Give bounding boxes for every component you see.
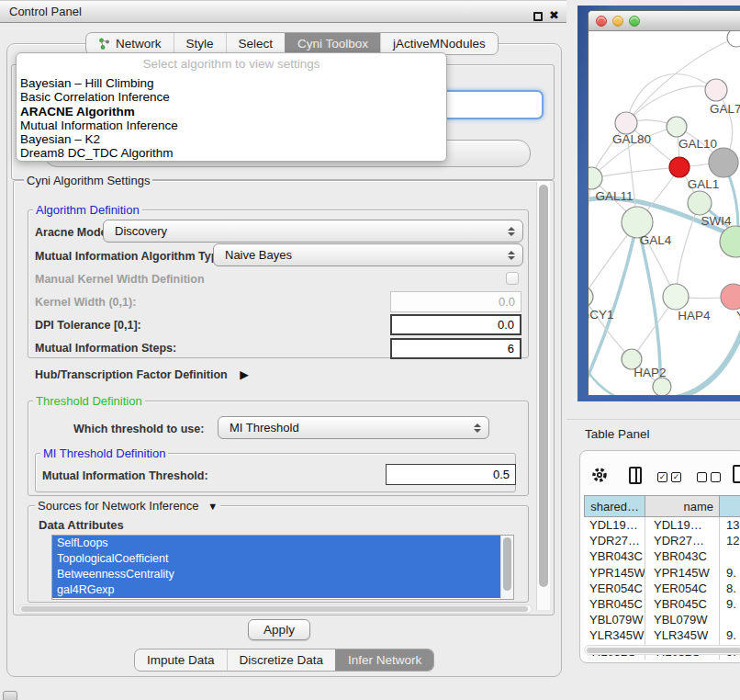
network-node[interactable] <box>709 148 738 177</box>
network-node[interactable] <box>615 112 637 134</box>
column-header-name[interactable]: name <box>645 495 720 517</box>
manual-kernel-checkbox[interactable] <box>506 272 519 285</box>
network-node[interactable] <box>667 117 687 137</box>
settings-horizontal-scrollbar[interactable] <box>18 604 533 614</box>
table-cell[interactable]: YBR043C <box>584 548 645 564</box>
split-view-icon[interactable] <box>629 467 642 484</box>
table-cell[interactable]: YLR345W <box>645 627 720 643</box>
attribute-item-selected[interactable]: BetweennessCentrality <box>52 567 500 582</box>
network-node[interactable] <box>669 157 690 177</box>
table-cell[interactable]: 8. <box>720 581 740 596</box>
mi-steps-input[interactable]: 6 <box>390 338 521 359</box>
algorithm-option[interactable]: Basic Correlation Inference <box>17 90 446 104</box>
network-node[interactable] <box>705 79 727 101</box>
mi-threshold-input[interactable]: 0.5 <box>386 464 516 485</box>
table-row[interactable]: YBR045CYBR045C9. <box>584 596 740 612</box>
float-window-icon[interactable] <box>533 12 543 21</box>
bottom-tab-infer-network[interactable]: Infer Network <box>335 649 433 671</box>
which-threshold-combo[interactable]: MI Threshold <box>218 416 489 439</box>
tab-cyni-toolbox[interactable]: Cyni Toolbox <box>285 33 380 54</box>
attribute-item-selected[interactable]: TopologicalCoefficient <box>52 551 500 567</box>
dpi-tolerance-input[interactable]: 0.0 <box>390 314 521 335</box>
algorithm-option[interactable]: Bayesian – Hill Climbing <box>17 76 446 90</box>
algorithm-option[interactable]: Dream8 DC_TDC Algorithm <box>17 146 446 160</box>
network-node[interactable] <box>721 284 740 310</box>
table-row[interactable]: YBR043CYBR043C <box>584 548 740 564</box>
algorithm-option[interactable]: ARACNE Algorithm <box>17 105 446 119</box>
algorithm-option[interactable]: Bayesian – K2 <box>17 132 446 146</box>
select-all-checkbox-icon[interactable]: ✓ <box>657 472 667 482</box>
network-node[interactable] <box>653 378 671 395</box>
column-header-shared[interactable]: shared… <box>584 495 645 517</box>
table-icon[interactable] <box>733 465 740 483</box>
table-cell[interactable]: YDR27… <box>645 533 720 548</box>
tab-network[interactable]: Network <box>86 33 174 54</box>
network-node[interactable] <box>688 191 712 215</box>
expand-right-icon[interactable]: ▶ <box>240 368 249 381</box>
table-cell[interactable]: YER054C <box>584 581 645 596</box>
table-cell[interactable]: 9. <box>720 565 740 581</box>
table-cell[interactable]: 9. <box>720 596 740 612</box>
tab-style[interactable]: Style <box>174 33 226 54</box>
table-cell[interactable]: YDL19… <box>584 517 645 533</box>
table-cell[interactable]: 13. <box>720 517 740 533</box>
attribute-item-selected[interactable]: SelfLoops <box>52 536 500 551</box>
table-row[interactable]: YDR27…YDR27…12. <box>584 533 740 548</box>
hub-definition-expander[interactable]: Hub/Transcription Factor Definition ▶ <box>35 367 249 381</box>
close-traffic-light-icon[interactable] <box>596 16 607 27</box>
tab-select[interactable]: Select <box>226 33 286 54</box>
select-all-checkbox-icon[interactable]: ✓ <box>671 472 681 482</box>
deselect-all-checkbox-icon[interactable] <box>697 472 707 482</box>
table-horizontal-scrollbar[interactable] <box>584 645 740 655</box>
deselect-all-checkbox-icon[interactable] <box>711 472 721 482</box>
table-cell[interactable]: YPR145W <box>584 565 645 581</box>
table-cell[interactable]: YBR045C <box>584 596 645 612</box>
network-canvas[interactable]: GAL7GAL80GAL10GAL1GAL11SWI4GAL4GCY1HAP4Y… <box>589 31 740 395</box>
table-cell[interactable]: YBL079W <box>584 612 645 627</box>
network-node[interactable] <box>589 287 593 307</box>
network-window-titlebar[interactable] <box>589 11 740 31</box>
column-header-a[interactable]: A <box>720 495 740 517</box>
table-row[interactable]: YLR345WYLR345W9. <box>584 627 740 643</box>
aracne-mode-combo[interactable]: Discovery <box>103 220 523 243</box>
table-row[interactable]: YDL19…YDL19…13. <box>584 517 740 533</box>
table-row[interactable]: YPR145WYPR145W9. <box>584 565 740 581</box>
table-cell[interactable]: YER054C <box>645 581 720 596</box>
settings-vertical-scrollbar[interactable] <box>536 182 550 610</box>
network-view-window[interactable]: GAL7GAL80GAL10GAL1GAL11SWI4GAL4GCY1HAP4Y… <box>588 10 740 396</box>
network-node[interactable] <box>663 284 689 310</box>
apply-button[interactable]: Apply <box>248 619 310 640</box>
zoom-traffic-light-icon[interactable] <box>629 16 640 27</box>
table-cell[interactable]: YBL079W <box>645 612 720 627</box>
table-cell[interactable]: 9. <box>720 627 740 643</box>
kernel-width-input[interactable]: 0.0 <box>390 291 521 312</box>
minimize-traffic-light-icon[interactable] <box>612 16 623 27</box>
attribute-item-selected[interactable]: gal4RGexp <box>52 582 500 598</box>
close-icon[interactable]: ✖ <box>549 8 559 22</box>
table-cell[interactable]: YBR043C <box>645 548 720 564</box>
table-cell[interactable]: YLR345W <box>584 627 645 643</box>
mi-type-combo[interactable]: Naive Bayes <box>213 243 523 266</box>
table-cell[interactable]: YPR145W <box>645 565 720 581</box>
bottom-tab-discretize-data[interactable]: Discretize Data <box>227 649 336 671</box>
collapse-down-icon[interactable]: ▼ <box>207 501 218 512</box>
scrollbar-thumb[interactable] <box>21 606 528 612</box>
table-cell[interactable]: 12. <box>720 533 740 548</box>
table-cell[interactable] <box>720 548 740 564</box>
bottom-tab-impute-data[interactable]: Impute Data <box>135 649 227 671</box>
scrollbar-thumb[interactable] <box>539 185 548 587</box>
table-row[interactable]: YER054CYER054C8. <box>584 581 740 596</box>
algorithm-option[interactable]: Mutual Information Inference <box>17 119 446 132</box>
table-row[interactable]: YBL079WYBL079W <box>584 612 740 627</box>
tab-jactivemnodules[interactable]: jActiveMNodules <box>380 33 498 54</box>
scrollbar-thumb[interactable] <box>587 648 740 654</box>
network-node[interactable] <box>727 31 740 47</box>
table-cell[interactable]: YBR045C <box>645 596 720 612</box>
table-cell[interactable]: YDR27… <box>584 533 645 548</box>
table-cell[interactable] <box>720 612 740 627</box>
scrollbar-thumb[interactable] <box>503 537 511 591</box>
attributes-vertical-scrollbar[interactable] <box>500 536 513 599</box>
gear-icon[interactable] <box>591 467 608 483</box>
collapsed-panel-icon[interactable] <box>3 691 17 700</box>
table-cell[interactable]: YDL19… <box>645 517 720 533</box>
